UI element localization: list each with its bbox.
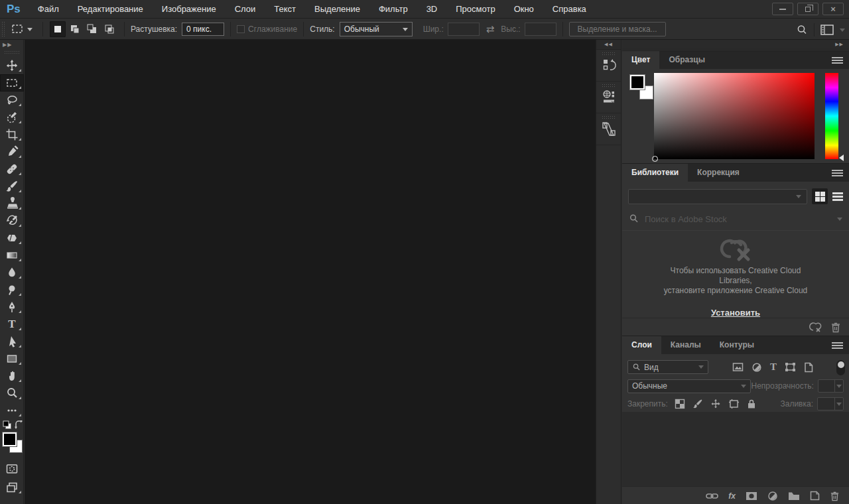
lock-all-icon[interactable] [747,399,756,409]
toolbar-collapse-control[interactable]: ▶▶ [0,40,23,49]
quick-selection-tool[interactable] [0,109,24,126]
dodge-tool[interactable] [0,281,24,298]
install-link[interactable]: Установить [711,308,760,318]
workspace-switcher-icon[interactable] [820,24,834,36]
subtract-from-selection-button[interactable] [84,21,100,37]
menu-item-view[interactable]: Просмотр [446,0,504,19]
restore-button[interactable] [797,3,818,15]
menu-item-window[interactable]: Окно [505,0,543,19]
add-adjustment-layer-icon[interactable] [767,491,778,501]
tab-channels[interactable]: Каналы [661,336,710,354]
search-icon[interactable] [795,23,809,36]
pen-tool[interactable] [0,298,24,316]
filter-pixel-layers-icon[interactable] [732,362,744,372]
screen-mode-button[interactable] [0,479,24,496]
type-tool[interactable]: T [0,316,24,333]
saturation-brightness-field[interactable] [654,73,815,159]
tab-libraries[interactable]: Библиотеки [622,164,688,182]
gradient-tool[interactable] [0,247,24,264]
panel-grip[interactable] [602,115,616,119]
panel-menu-icon[interactable] [832,57,843,64]
menu-item-help[interactable]: Справка [543,0,596,19]
add-to-selection-button[interactable] [67,21,83,37]
edit-toolbar-button[interactable] [0,402,24,419]
filter-shape-layers-icon[interactable] [785,362,796,372]
layer-filter-toggle[interactable] [836,360,845,375]
move-tool[interactable] [0,57,24,74]
antialias-checkbox[interactable] [237,25,245,33]
spot-healing-brush-tool[interactable] [0,160,24,178]
opacity-input[interactable] [818,379,844,393]
tool-preset-picker[interactable] [6,21,36,38]
brush-tool[interactable] [0,178,24,195]
tab-color[interactable]: Цвет [622,51,659,69]
hue-slider[interactable] [825,73,838,159]
tab-paths[interactable]: Контуры [710,336,763,354]
style-select[interactable]: Обычный [340,22,413,36]
lock-image-icon[interactable] [692,399,703,409]
blend-mode-select[interactable]: Обычные [627,379,751,393]
default-colors-icon[interactable] [3,420,12,430]
tab-layers[interactable]: Слои [622,336,661,354]
panel-menu-icon[interactable] [832,170,843,176]
fill-dropdown[interactable] [834,398,843,410]
dock-collapse-control[interactable]: ▶▶ [835,42,844,47]
trash-icon[interactable] [830,322,841,333]
opacity-dropdown[interactable] [834,380,843,392]
lock-artboard-icon[interactable] [728,399,740,409]
menu-item-image[interactable]: Изображение [153,0,226,19]
grid-view-button[interactable] [812,188,828,204]
blur-tool[interactable] [0,264,24,281]
intersect-selection-button[interactable] [101,21,117,37]
history-panel-icon[interactable] [601,57,617,74]
eraser-tool[interactable] [0,229,24,247]
close-button[interactable]: × [822,3,844,15]
chevron-down-icon[interactable] [840,29,845,32]
hue-slider-marker[interactable] [839,155,844,161]
lasso-tool[interactable] [0,92,24,109]
tab-swatches[interactable]: Образцы [659,51,714,69]
layer-filter-select[interactable]: Вид [627,360,708,374]
new-group-icon[interactable] [788,491,800,501]
crop-tool[interactable] [0,126,24,143]
menu-item-file[interactable]: Файл [29,0,68,19]
cc-sync-status-icon[interactable] [808,321,822,333]
canvas-area[interactable] [25,40,596,504]
feather-input[interactable] [182,23,224,36]
foreground-color-swatch[interactable] [3,432,17,446]
quick-mask-mode-button[interactable] [0,460,24,477]
tab-adjustments[interactable]: Коррекция [688,164,749,182]
menu-item-3d[interactable]: 3D [417,0,447,19]
panel-grip[interactable] [602,84,616,87]
rectangular-marquee-tool[interactable] [0,74,24,92]
menu-item-layers[interactable]: Слои [226,0,265,19]
swap-colors-icon[interactable] [14,420,23,430]
list-view-button[interactable] [830,188,846,204]
library-select[interactable] [628,189,807,204]
width-input[interactable] [448,23,480,36]
rectangle-tool[interactable] [0,350,24,367]
filter-adjustment-layers-icon[interactable] [751,362,762,373]
path-selection-tool[interactable] [0,333,24,350]
menu-item-type[interactable]: Текст [265,0,305,19]
clone-stamp-tool[interactable] [0,195,24,212]
height-input[interactable] [525,23,556,36]
hand-tool[interactable] [0,367,24,385]
eyedropper-tool[interactable] [0,143,24,160]
measurement-panel-icon[interactable] [600,121,618,138]
history-brush-tool[interactable] [0,212,24,229]
color-panel-foreground-swatch[interactable] [630,75,645,90]
new-selection-button[interactable] [50,21,66,37]
color-picker-marker[interactable] [652,156,658,162]
zoom-tool[interactable] [0,385,24,402]
menu-item-select[interactable]: Выделение [305,0,369,19]
delete-layer-icon[interactable] [830,491,840,501]
select-and-mask-button[interactable]: Выделение и маска... [569,22,666,36]
options-bar-grip[interactable] [1,21,6,37]
minimize-button[interactable] [772,3,793,15]
properties-panel-icon[interactable] [601,89,617,106]
layer-style-icon[interactable]: fx [728,491,736,501]
new-layer-icon[interactable] [810,491,820,501]
adobe-stock-search[interactable]: Поиск в Adobe Stock [622,210,849,227]
layers-list-empty[interactable] [622,412,849,486]
